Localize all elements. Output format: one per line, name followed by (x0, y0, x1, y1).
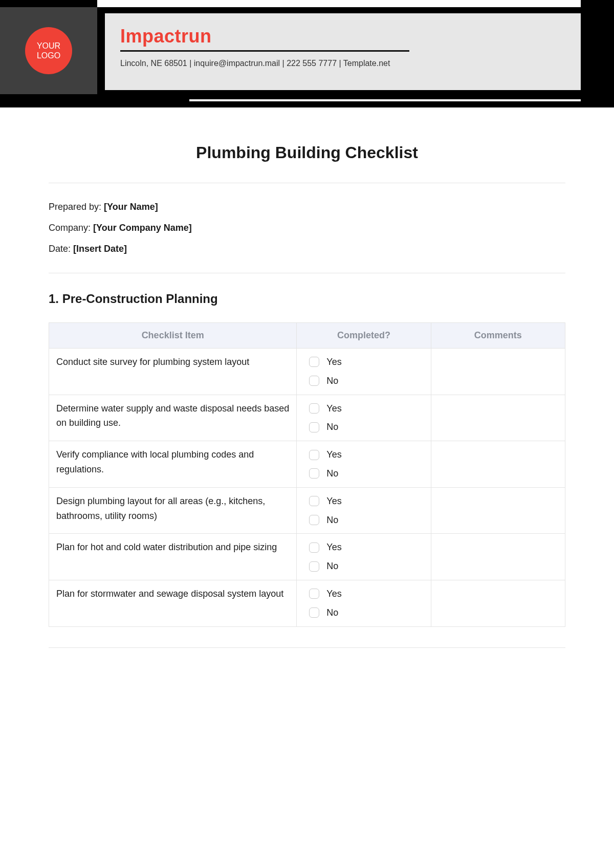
yes-label: Yes (326, 447, 341, 462)
header-card: Impactrun Lincoln, NE 68501 | inquire@im… (105, 13, 581, 90)
checkbox-icon[interactable] (309, 561, 319, 572)
checklist-item-text: Plan for hot and cold water distribution… (49, 534, 297, 580)
meta-prepared-by: Prepared by: [Your Name] (49, 202, 565, 212)
no-option[interactable]: No (309, 466, 338, 481)
logo-text-line2: LOGO (37, 51, 60, 60)
meta-value: [Your Name] (104, 202, 158, 212)
yes-option[interactable]: Yes (309, 355, 341, 370)
meta-label: Date: (49, 244, 73, 254)
table-row: Determine water supply and waste disposa… (49, 395, 565, 441)
divider (49, 183, 565, 183)
no-label: No (326, 605, 338, 620)
no-label: No (326, 420, 338, 435)
checkbox-icon[interactable] (309, 376, 319, 386)
meta-value: [Your Company Name] (93, 223, 192, 233)
header-bottom-accent (189, 99, 581, 101)
meta-label: Prepared by: (49, 202, 104, 212)
document-content: Plumbing Building Checklist Prepared by:… (0, 107, 614, 679)
table-row: Design plumbing layout for all areas (e.… (49, 487, 565, 534)
comments-cell[interactable] (431, 487, 565, 534)
comments-cell[interactable] (431, 349, 565, 395)
checkbox-icon[interactable] (309, 450, 319, 460)
logo-box: YOUR LOGO (0, 7, 97, 94)
company-underline (120, 50, 409, 52)
yes-option[interactable]: Yes (309, 401, 341, 416)
checklist-item-text: Design plumbing layout for all areas (e.… (49, 487, 297, 534)
table-row: Conduct site survey for plumbing system … (49, 349, 565, 395)
no-label: No (326, 466, 338, 481)
completed-cell: YesNo (297, 580, 431, 626)
company-name: Impactrun (120, 26, 565, 47)
table-row: Plan for hot and cold water distribution… (49, 534, 565, 580)
no-option[interactable]: No (309, 605, 338, 620)
checkbox-icon[interactable] (309, 589, 319, 599)
comments-cell[interactable] (431, 534, 565, 580)
completed-cell: YesNo (297, 349, 431, 395)
checkbox-icon[interactable] (309, 422, 319, 432)
checkbox-icon[interactable] (309, 542, 319, 553)
col-item: Checklist Item (49, 323, 297, 349)
divider (49, 273, 565, 273)
meta-label: Company: (49, 223, 93, 233)
checkbox-icon[interactable] (309, 468, 319, 479)
checklist-item-text: Determine water supply and waste disposa… (49, 395, 297, 441)
comments-cell[interactable] (431, 395, 565, 441)
no-label: No (326, 374, 338, 388)
checkbox-icon[interactable] (309, 607, 319, 618)
completed-cell: YesNo (297, 534, 431, 580)
yes-label: Yes (326, 494, 341, 509)
table-row: Verify compliance with local plumbing co… (49, 441, 565, 488)
yes-label: Yes (326, 401, 341, 416)
checklist-item-text: Plan for stormwater and sewage disposal … (49, 580, 297, 626)
no-option[interactable]: No (309, 420, 338, 435)
yes-option[interactable]: Yes (309, 587, 341, 601)
no-option[interactable]: No (309, 559, 338, 574)
yes-option[interactable]: Yes (309, 540, 341, 555)
checkbox-icon[interactable] (309, 496, 319, 506)
no-option[interactable]: No (309, 374, 338, 388)
col-comments: Comments (431, 323, 565, 349)
meta-company: Company: [Your Company Name] (49, 223, 565, 233)
completed-cell: YesNo (297, 441, 431, 488)
no-option[interactable]: No (309, 513, 338, 528)
yes-option[interactable]: Yes (309, 447, 341, 462)
checkbox-icon[interactable] (309, 357, 319, 367)
logo-placeholder: YOUR LOGO (25, 27, 72, 74)
table-header-row: Checklist Item Completed? Comments (49, 323, 565, 349)
section-1-title: 1. Pre-Construction Planning (49, 292, 565, 306)
comments-cell[interactable] (431, 580, 565, 626)
checkbox-icon[interactable] (309, 515, 319, 525)
yes-label: Yes (326, 355, 341, 370)
checkbox-icon[interactable] (309, 403, 319, 414)
yes-option[interactable]: Yes (309, 494, 341, 509)
company-info: Lincoln, NE 68501 | inquire@impactrun.ma… (120, 59, 565, 68)
document-title: Plumbing Building Checklist (49, 143, 565, 162)
yes-label: Yes (326, 540, 341, 555)
checklist-item-text: Conduct site survey for plumbing system … (49, 349, 297, 395)
col-completed: Completed? (297, 323, 431, 349)
meta-value: [Insert Date] (73, 244, 127, 254)
completed-cell: YesNo (297, 395, 431, 441)
meta-date: Date: [Insert Date] (49, 244, 565, 254)
yes-label: Yes (326, 587, 341, 601)
comments-cell[interactable] (431, 441, 565, 488)
divider (49, 647, 565, 648)
no-label: No (326, 559, 338, 574)
no-label: No (326, 513, 338, 528)
completed-cell: YesNo (297, 487, 431, 534)
header-band: YOUR LOGO Impactrun Lincoln, NE 68501 | … (0, 0, 614, 107)
table-row: Plan for stormwater and sewage disposal … (49, 580, 565, 626)
checklist-table: Checklist Item Completed? Comments Condu… (49, 322, 565, 627)
checklist-item-text: Verify compliance with local plumbing co… (49, 441, 297, 488)
logo-text-line1: YOUR (37, 41, 60, 51)
